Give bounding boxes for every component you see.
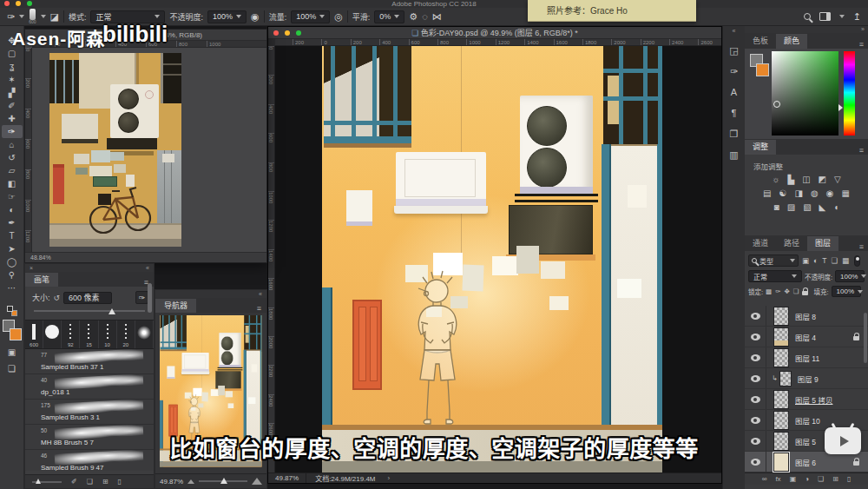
clone-source-icon[interactable]: ◲ <box>729 46 738 56</box>
blend-mode-select[interactable]: 正常 <box>748 270 802 282</box>
brush-settings-icon[interactable]: ✑ <box>730 67 738 76</box>
visibility-toggle[interactable] <box>745 368 766 388</box>
more-tools[interactable]: ⋯ <box>2 281 23 294</box>
layer-row[interactable]: ↳ 图层 9 <box>745 368 868 389</box>
tab-navigator[interactable]: 导航器 <box>155 299 196 313</box>
clone-stamp-tool[interactable]: ⌂ <box>2 138 23 151</box>
flow-select[interactable]: 100% <box>291 10 330 23</box>
eraser-tool[interactable]: ▱ <box>2 164 23 177</box>
slider-thumb[interactable] <box>108 308 115 314</box>
collapse-icon[interactable]: « <box>259 290 262 298</box>
adjustment-icon[interactable]: ◙ <box>774 203 779 212</box>
collapse-icon[interactable]: « <box>146 264 149 272</box>
minimize-icon[interactable] <box>285 30 290 36</box>
close-icon[interactable] <box>273 30 279 36</box>
brush-tip-preview[interactable]: 20 <box>117 320 135 348</box>
layer-filter-icon[interactable]: ▦ <box>842 256 849 265</box>
adjustment-icon[interactable]: ▙ <box>787 175 794 184</box>
crop-tool[interactable]: ▞ <box>2 86 23 99</box>
brush-tip-preview[interactable] <box>135 320 154 348</box>
lasso-tool[interactable]: ʓ <box>2 60 23 73</box>
tab-color[interactable]: 颜色 <box>776 34 807 49</box>
brush-tip-preview[interactable]: 600 <box>25 320 43 348</box>
symmetry-icon[interactable]: ⋈ <box>432 12 442 22</box>
artwork[interactable] <box>322 46 662 472</box>
layer-opacity-field[interactable]: 100% <box>835 270 865 282</box>
layer-action-icon[interactable]: ▣ <box>790 475 797 483</box>
scrollbar[interactable] <box>148 283 152 313</box>
adjustment-icon[interactable]: ☼ <box>772 175 779 184</box>
brush-item[interactable]: 77 Sampled Brush 37 1 <box>25 349 154 374</box>
libraries-panel-icon[interactable]: ▥ <box>729 150 738 160</box>
scrollbar[interactable] <box>864 313 867 363</box>
layer-thumbnail[interactable] <box>773 307 789 326</box>
layer-thumbnail[interactable] <box>773 390 789 409</box>
adjustment-icon[interactable]: ▦ <box>841 189 849 198</box>
panel-menu-icon[interactable]: ≡ <box>257 304 266 313</box>
tab-channels[interactable]: 通道 <box>745 236 776 251</box>
smudge-tool[interactable]: ☞ <box>2 190 23 203</box>
layer-action-icon[interactable]: ⊞ <box>832 475 838 483</box>
zoom-level-field[interactable]: 49.87% <box>268 473 306 483</box>
layer-thumbnail[interactable] <box>773 411 789 430</box>
quick-mask-button[interactable]: ▣ <box>2 346 23 359</box>
lock-option-icon[interactable]: ✥ <box>784 287 789 295</box>
layer-thumbnail[interactable] <box>773 348 789 367</box>
adjustment-icon[interactable]: ▧ <box>803 203 811 212</box>
layer-row[interactable]: ↳ 图层 8 <box>745 306 868 327</box>
tab-brushes[interactable]: 画笔 <box>25 273 58 287</box>
adjustment-icon[interactable]: ◉ <box>826 189 834 198</box>
brush-item[interactable]: 175 Sampled Brush 3 1 <box>25 400 154 425</box>
adjustment-icon[interactable]: ◣ <box>819 203 826 212</box>
workspace-icon[interactable] <box>819 12 831 21</box>
panel-menu-icon[interactable]: ≡ <box>859 242 868 251</box>
new-brush-icon[interactable]: ⊞ <box>102 478 108 486</box>
visibility-toggle[interactable] <box>745 327 766 347</box>
airbrush-icon[interactable]: ◎ <box>334 12 343 22</box>
panel-menu-icon[interactable]: ≡ <box>859 146 868 155</box>
shape-tool[interactable]: ◯ <box>2 255 23 268</box>
pen-tool[interactable]: ✒ <box>2 216 23 229</box>
color-swatches[interactable] <box>3 320 22 340</box>
visibility-toggle[interactable] <box>745 306 766 326</box>
layer-action-icon[interactable]: fx <box>775 475 780 483</box>
path-select-tool[interactable]: ➤ <box>2 242 23 255</box>
stroke-preview-toggle-icon[interactable]: ✐ <box>71 478 77 486</box>
trash-icon[interactable]: ▯ <box>118 478 122 486</box>
lock-option-icon[interactable]: ❏ <box>793 287 799 295</box>
background-color-swatch[interactable] <box>10 328 22 340</box>
document-window-controls[interactable] <box>273 30 301 36</box>
screen-mode-button[interactable]: ❏ <box>2 362 23 375</box>
search-icon[interactable] <box>804 13 811 20</box>
history-brush-tool[interactable]: ↺ <box>2 151 23 164</box>
type-tool[interactable]: T <box>2 229 23 242</box>
lock-option-icon[interactable]: ✑ <box>775 287 780 295</box>
tab-swatches[interactable]: 色板 <box>745 34 776 49</box>
layer-action-icon[interactable]: ▯ <box>847 475 851 483</box>
brush-size-slider[interactable] <box>34 306 145 316</box>
eyedropper-tool[interactable]: ✐ <box>2 99 23 112</box>
brush-settings-toggle-icon[interactable]: ◪ <box>50 12 59 22</box>
slider-thumb[interactable] <box>220 478 227 484</box>
default-colors-icon[interactable] <box>7 306 17 316</box>
zoom-in-icon[interactable] <box>252 478 262 485</box>
healing-brush-tool[interactable]: ✚ <box>2 112 23 125</box>
layer-action-icon[interactable]: ∞ <box>762 475 767 483</box>
layer-row[interactable]: ↳ 图层 5 拷贝 <box>745 389 868 410</box>
layer-filter-select[interactable]: 类型 <box>748 254 799 267</box>
color-selector-circle[interactable] <box>773 101 780 108</box>
adjustment-icon[interactable]: ◫ <box>802 175 810 184</box>
adjustment-icon[interactable]: ◩ <box>819 175 826 184</box>
layer-filter-icon[interactable]: ❏ <box>831 256 838 265</box>
navigator-zoom-slider[interactable] <box>199 477 247 486</box>
gradient-tool[interactable]: ◧ <box>2 177 23 190</box>
collapse-icon[interactable]: « <box>723 26 745 34</box>
saturation-brightness-field[interactable] <box>772 51 838 135</box>
adjustment-icon[interactable]: ▤ <box>763 189 771 198</box>
adjustment-icon[interactable]: ◍ <box>811 189 819 198</box>
canvas-viewport[interactable] <box>275 46 721 472</box>
maximize-icon[interactable] <box>296 30 301 36</box>
hue-slider-pointer[interactable] <box>838 104 843 111</box>
layer-thumbnail[interactable] <box>779 371 792 387</box>
tab-layers[interactable]: 图层 <box>807 236 838 251</box>
